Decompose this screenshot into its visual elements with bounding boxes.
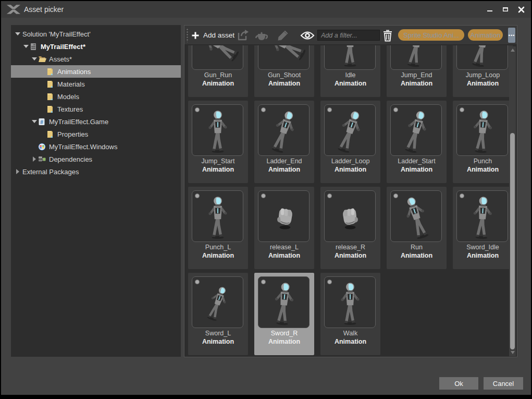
scroll-up-arrow-icon[interactable] — [509, 47, 516, 53]
asset-tile-Gun_Run[interactable]: Gun_Run Animation — [188, 45, 248, 97]
asset-tile-Sword_Idle[interactable]: Sword_Idle Animation — [453, 187, 513, 269]
tree-item-label: Assets* — [48, 55, 72, 63]
asset-status-dot-icon — [195, 280, 200, 284]
asset-tile-Punch_L[interactable]: Punch_L Animation — [188, 187, 248, 269]
tree-item-animations[interactable]: Animations — [11, 65, 181, 78]
asset-status-dot-icon — [460, 107, 464, 112]
asset-name-label: release_R — [320, 244, 380, 251]
tree-expander-icon[interactable] — [39, 105, 46, 113]
eye-icon[interactable] — [300, 28, 315, 43]
asset-tile-Jump_End[interactable]: Jump_End Animation — [387, 45, 447, 97]
teapot-primitive-icon[interactable] — [254, 28, 270, 43]
tree-item-label: Models — [56, 93, 79, 101]
tree-expander-icon[interactable] — [31, 118, 38, 125]
window-title: Asset picker — [24, 5, 64, 14]
asset-tile-Gun_Shoot[interactable]: Gun_Shoot Animation — [254, 45, 314, 97]
asset-tile-Sword_L[interactable]: Sword_L Animation — [188, 273, 248, 355]
asset-type-label: Animation — [254, 338, 314, 345]
windows-icon — [38, 142, 48, 151]
tree-item-models[interactable]: Models — [11, 90, 181, 103]
title-bar[interactable]: Asset picker — [1, 1, 531, 18]
maximize-button[interactable] — [498, 2, 513, 17]
tree-item-solution-mytraileffect[interactable]: Solution 'MyTrailEffect' — [11, 28, 181, 40]
tree-item-external-packages[interactable]: External Packages — [11, 165, 181, 178]
asset-tile-Ladder_Loop[interactable]: Ladder_Loop Animation — [320, 101, 380, 183]
close-button[interactable] — [513, 2, 529, 17]
folder-open-icon — [38, 55, 48, 63]
grid-scrollbar[interactable] — [509, 46, 516, 356]
tree-expander-icon[interactable] — [39, 130, 46, 138]
asset-type-label: Animation — [453, 80, 513, 87]
asset-thumbnail — [456, 190, 508, 242]
tree-expander-icon[interactable] — [22, 43, 30, 50]
filter-tag-sprite-studio[interactable]: Sprite Studio Ani... — [398, 29, 464, 41]
folder-icon — [46, 80, 56, 88]
tree-item-assets[interactable]: Assets* — [11, 53, 181, 65]
asset-thumbnail — [258, 190, 310, 242]
scroll-down-arrow-icon[interactable] — [509, 349, 516, 356]
asset-type-label: Animation — [188, 166, 248, 173]
ok-button[interactable]: Ok — [439, 377, 478, 390]
asset-tile-release_R[interactable]: release_R Animation — [320, 187, 380, 269]
tree-item-label: MyTrailEffect.Game — [48, 118, 108, 126]
filter-input[interactable] — [317, 30, 380, 41]
tree-expander-icon[interactable] — [39, 68, 46, 75]
filter-tag-animation[interactable]: Animation — [468, 29, 503, 41]
tree-expander-icon[interactable] — [14, 168, 21, 175]
trash-icon[interactable] — [382, 28, 393, 43]
asset-name-label: Sword_L — [188, 330, 248, 337]
asset-name-label: Idle — [320, 71, 380, 79]
import-icon[interactable] — [237, 28, 250, 43]
tree-item-label: Solution 'MyTrailEffect' — [21, 30, 91, 38]
scrollbar-thumb[interactable] — [510, 133, 515, 349]
add-asset-button[interactable]: Add asset — [191, 28, 234, 42]
asset-thumbnail — [192, 190, 243, 242]
tree-item-mytraileffect[interactable]: MyTrailEffect* — [11, 40, 181, 53]
cancel-button[interactable]: Cancel — [484, 377, 523, 390]
tree-item-properties[interactable]: Properties — [11, 128, 181, 140]
tree-item-label: Textures — [56, 105, 83, 113]
asset-type-label: Animation — [320, 80, 380, 87]
asset-thumbnail — [192, 104, 243, 156]
asset-tile-Idle[interactable]: Idle Animation — [320, 45, 380, 97]
asset-tile-release_L[interactable]: release_L Animation — [254, 187, 314, 269]
asset-tile-Walk[interactable]: Walk Animation — [320, 273, 380, 355]
asset-status-dot-icon — [460, 194, 464, 198]
pencil-icon[interactable] — [276, 28, 290, 43]
asset-name-label: Gun_Shoot — [254, 71, 314, 79]
asset-type-label: Animation — [188, 252, 248, 259]
asset-type-label: Animation — [188, 338, 248, 345]
asset-thumbnail — [258, 104, 310, 156]
tree-item-materials[interactable]: Materials — [11, 78, 181, 90]
asset-tile-Sword_R[interactable]: Sword_R Animation — [254, 273, 314, 355]
tree-item-dependencies[interactable]: Dependencies — [11, 153, 181, 165]
asset-name-label: Ladder_End — [254, 158, 314, 165]
asset-status-dot-icon — [327, 280, 332, 284]
tree-item-label: Properties — [56, 130, 88, 138]
tree-expander-icon[interactable] — [39, 80, 46, 88]
more-options-button[interactable]: ••• — [508, 28, 515, 43]
asset-type-label: Animation — [254, 252, 314, 259]
tree-expander-icon[interactable] — [31, 55, 38, 63]
asset-tile-Ladder_Start[interactable]: Ladder_Start Animation — [387, 101, 447, 183]
asset-tile-Jump_Start[interactable]: Jump_Start Animation — [188, 101, 248, 183]
filter-tag-label: Sprite Studio Ani... — [403, 31, 459, 39]
tree-expander-icon[interactable] — [14, 30, 21, 38]
asset-name-label: Ladder_Loop — [320, 158, 380, 165]
asset-tile-Run[interactable]: Run Animation — [387, 187, 447, 269]
tree-expander-icon[interactable] — [31, 143, 38, 150]
tree-expander-icon[interactable] — [39, 93, 46, 100]
asset-name-label: release_L — [254, 244, 314, 251]
asset-status-dot-icon — [195, 107, 200, 112]
asset-tile-Jump_Loop[interactable]: Jump_Loop Animation — [453, 45, 513, 97]
minimize-button[interactable] — [482, 2, 498, 17]
asset-tile-Punch[interactable]: Punch Animation — [453, 101, 513, 183]
toolbar-grip-handle[interactable] — [186, 28, 189, 42]
tree-item-textures[interactable]: Textures — [11, 103, 181, 115]
folder-icon — [46, 130, 56, 138]
asset-thumbnail — [324, 190, 376, 242]
tree-item-mytraileffect-game[interactable]: # MyTrailEffect.Game — [11, 115, 181, 128]
tree-item-mytraileffect-windows[interactable]: MyTrailEffect.Windows — [11, 140, 181, 153]
tree-expander-icon[interactable] — [31, 155, 38, 163]
asset-tile-Ladder_End[interactable]: Ladder_End Animation — [254, 101, 314, 183]
